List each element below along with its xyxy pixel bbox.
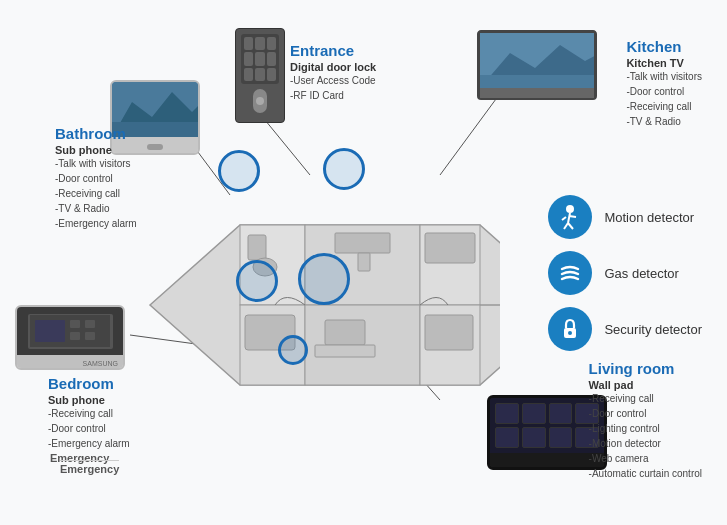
living-room-device-label: Wall pad — [589, 379, 702, 391]
bathroom-label-area: Bathroom Sub phone -Talk with visitors -… — [55, 125, 137, 231]
sensor-circle-2 — [323, 148, 365, 190]
lock-key-3 — [267, 37, 276, 50]
lock-key-5 — [255, 52, 264, 65]
bedroom-feature-2: -Door control — [48, 421, 130, 436]
sensor-circle-3 — [298, 253, 350, 305]
bathroom-title: Bathroom — [55, 125, 137, 142]
kitchen-title: Kitchen — [626, 38, 702, 55]
main-container: Bathroom Sub phone -Talk with visitors -… — [0, 0, 727, 525]
security-detector-icon — [548, 307, 592, 351]
pad-btn-6 — [522, 427, 546, 448]
bedroom-display-content — [30, 315, 110, 347]
detectors-area: Motion detector Gas detector — [548, 195, 702, 363]
sensor-circle-4 — [236, 260, 278, 302]
motion-detector-label: Motion detector — [604, 210, 694, 225]
gas-detector-row: Gas detector — [548, 251, 702, 295]
svg-rect-33 — [85, 320, 95, 328]
lock-keypad — [241, 34, 279, 84]
bedroom-display-screen — [28, 314, 113, 349]
motion-icon-svg — [556, 203, 584, 231]
living-room-title: Living room — [589, 360, 702, 377]
kitchen-feature-1: -Talk with visitors — [626, 69, 702, 84]
svg-line-41 — [569, 216, 576, 217]
entrance-feature-2: -RF ID Card — [290, 88, 376, 103]
kitchen-label-area: Kitchen Kitchen TV -Talk with visitors -… — [626, 38, 702, 129]
svg-point-36 — [566, 205, 574, 213]
entrance-title: Entrance — [290, 42, 376, 59]
pad-btn-5 — [495, 427, 519, 448]
motion-detector-row: Motion detector — [548, 195, 702, 239]
svg-rect-32 — [70, 320, 80, 328]
lock-key-4 — [244, 52, 253, 65]
bathroom-feature-2: -Door control — [55, 171, 137, 186]
lock-key-8 — [255, 68, 264, 81]
pad-btn-2 — [522, 403, 546, 424]
security-icon-svg — [556, 315, 584, 343]
bathroom-feature-3: -Receiving call — [55, 186, 137, 201]
svg-rect-10 — [480, 75, 594, 88]
pad-btn-7 — [549, 427, 573, 448]
living-pad-bottom — [490, 453, 604, 470]
bedroom-device: SAMSUNG — [15, 305, 125, 370]
motion-detector-icon — [548, 195, 592, 239]
svg-line-39 — [568, 223, 573, 229]
svg-rect-22 — [315, 345, 375, 357]
bedroom-screen — [17, 307, 123, 355]
pad-btn-1 — [495, 403, 519, 424]
svg-rect-31 — [35, 320, 65, 342]
sensor-circle-1 — [218, 150, 260, 192]
bathroom-feature-4: -TV & Radio — [55, 201, 137, 216]
svg-rect-34 — [70, 332, 80, 340]
bedroom-label-area: Bedroom Sub phone -Receiving call -Door … — [48, 375, 130, 451]
bedroom-title: Bedroom — [48, 375, 130, 392]
pad-btn-3 — [549, 403, 573, 424]
gas-detector-icon — [548, 251, 592, 295]
svg-line-38 — [564, 223, 568, 229]
svg-rect-26 — [358, 253, 370, 271]
living-feature-6: -Automatic curtain control — [589, 466, 702, 481]
emergency-bottom-label: Emergency — [60, 460, 119, 475]
bedroom-brand-label: SAMSUNG — [83, 360, 118, 367]
kitchen-feature-2: -Door control — [626, 84, 702, 99]
living-pad-screen — [490, 398, 604, 453]
svg-rect-25 — [335, 233, 390, 253]
bedroom-bottom-bar: SAMSUNG — [17, 355, 123, 370]
svg-rect-21 — [325, 320, 365, 345]
gas-icon-svg — [556, 259, 584, 287]
bedroom-feature-1: -Receiving call — [48, 406, 130, 421]
bathroom-feature-1: -Talk with visitors — [55, 156, 137, 171]
sensor-circle-5 — [278, 335, 308, 365]
kitchen-device-label: Kitchen TV — [626, 57, 702, 69]
kitchen-tv-landscape — [480, 33, 594, 88]
living-feature-5: -Web camera — [589, 451, 702, 466]
svg-line-37 — [568, 213, 570, 223]
kitchen-tv-screen — [480, 33, 594, 88]
lock-key-1 — [244, 37, 253, 50]
bedroom-device-label: Sub phone — [48, 394, 130, 406]
living-feature-2: -Door control — [589, 406, 702, 421]
svg-rect-27 — [425, 233, 475, 263]
living-room-label-area: Living room Wall pad -Receiving call -Do… — [589, 360, 702, 481]
emergency-label-2: Emergency — [60, 460, 119, 475]
lock-key-2 — [255, 37, 264, 50]
security-detector-row: Security detector — [548, 307, 702, 351]
living-feature-4: -Motion detector — [589, 436, 702, 451]
bathroom-device-label: Sub phone — [55, 144, 137, 156]
svg-point-43 — [568, 331, 572, 335]
living-feature-1: -Receiving call — [589, 391, 702, 406]
lock-key-9 — [267, 68, 276, 81]
entrance-feature-1: -User Access Code — [290, 73, 376, 88]
gas-detector-label: Gas detector — [604, 266, 678, 281]
entrance-label-area: Entrance Digital door lock -User Access … — [290, 42, 376, 103]
svg-rect-23 — [248, 235, 266, 260]
security-detector-label: Security detector — [604, 322, 702, 337]
svg-line-40 — [562, 217, 566, 220]
bedroom-feature-3: -Emergency alarm — [48, 436, 130, 451]
entrance-device-label: Digital door lock — [290, 61, 376, 73]
lock-key-7 — [244, 68, 253, 81]
kitchen-tv — [477, 30, 597, 100]
living-feature-3: -Lighting control — [589, 421, 702, 436]
svg-rect-29 — [425, 315, 473, 350]
lock-key-6 — [267, 52, 276, 65]
kitchen-feature-3: -Receiving call — [626, 99, 702, 114]
